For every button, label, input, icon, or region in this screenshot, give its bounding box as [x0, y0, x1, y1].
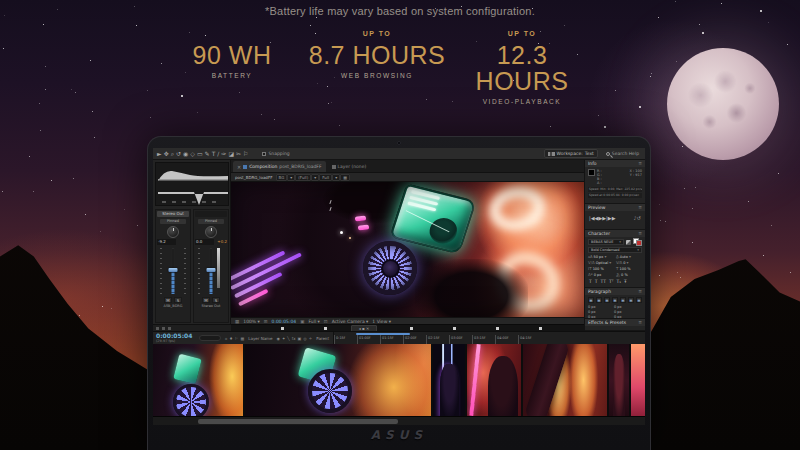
layer-switch-icon[interactable]: fx [292, 336, 296, 341]
volume-fader[interactable] [157, 246, 189, 296]
indent-field[interactable]: 0 px [588, 310, 610, 314]
preview-option-button[interactable]: ↺ [637, 215, 641, 221]
horizontal-scrollbar[interactable] [153, 416, 645, 425]
roi-icon[interactable]: ⊡ [324, 319, 328, 324]
composition-canvas[interactable] [231, 182, 584, 317]
filmstrip-thumbnail[interactable] [609, 344, 629, 416]
panel-menu-icon[interactable]: ≡ [638, 288, 642, 295]
fill-stroke-swatches[interactable] [633, 238, 642, 246]
search-help[interactable]: Search Help [606, 151, 639, 156]
work-area-bar[interactable] [356, 333, 410, 335]
timeline-view-icon[interactable]: ▦ [240, 336, 244, 341]
mute-button[interactable]: M [202, 297, 210, 303]
pinned-button[interactable]: Pinned [198, 219, 224, 224]
gain-value[interactable]: 0.0 [195, 239, 214, 245]
baseline-shift-field[interactable]: Aª0 px [588, 272, 614, 277]
type-style-button[interactable]: Ŧ [624, 279, 627, 284]
align-button[interactable]: ≡ [604, 297, 610, 303]
viewer-timecode[interactable]: 0:00:05:04 [272, 319, 297, 324]
snapping-toggle[interactable]: Snapping [262, 151, 289, 156]
tool-icon[interactable]: T [212, 151, 216, 157]
safe-zones-icon[interactable]: ⊞ [264, 319, 268, 324]
tool-icon[interactable]: ◪ [228, 151, 234, 157]
tracking-field[interactable]: V⁄A0▾ [616, 260, 642, 265]
pinned-button[interactable]: Pinned [160, 219, 186, 224]
close-icon[interactable]: ✕ [237, 164, 241, 170]
timeline-view-icon[interactable]: ⌗ [225, 336, 227, 341]
timeline-view-icon[interactable]: ⚐ [235, 336, 239, 341]
tool-icon[interactable]: ✂ [236, 151, 241, 157]
settings-chip[interactable]: Full [319, 174, 332, 181]
effects-panel-header[interactable]: Effects & Presets ≡ [585, 319, 645, 326]
fader-handle[interactable] [207, 268, 216, 272]
gain-value[interactable]: -9.2 [157, 239, 176, 245]
panel-menu-icon[interactable]: ≡ [638, 319, 642, 326]
layer-switch-icon[interactable]: ✧ [309, 336, 312, 341]
fader-handle[interactable] [169, 268, 178, 272]
type-style-button[interactable]: T [589, 279, 592, 284]
time-ruler[interactable]: 0:15f01:00f01:15f02:00f02:15f03:00f03:15… [333, 332, 645, 344]
horizontal-scale-field[interactable]: T100 % [616, 266, 642, 271]
panel-menu-icon[interactable]: ≡ [638, 230, 642, 237]
filmstrip-thumbnail[interactable] [433, 344, 465, 416]
indent-field[interactable]: 0 px [614, 305, 636, 309]
timeline-search-box[interactable] [199, 335, 221, 341]
tool-icon[interactable]: ◇ [190, 151, 195, 157]
character-panel-header[interactable]: Character ≡ [585, 230, 645, 237]
font-style-select[interactable]: Bold Condensed▾ [588, 247, 642, 253]
settings-chip[interactable]: ▦ [340, 174, 350, 181]
layer-name-column-header[interactable]: Layer Name [248, 336, 272, 341]
align-button[interactable]: ≡ [636, 297, 642, 303]
bus-button[interactable] [195, 211, 227, 217]
view-layout-select[interactable]: 1 View ▾ [372, 319, 391, 324]
layer-switch-icon[interactable]: ✦ [282, 336, 285, 341]
layer-switch-icon[interactable]: ◎ [303, 336, 307, 341]
audio-waveform-panel[interactable] [155, 162, 229, 206]
bus-button[interactable]: Stereo Out [157, 211, 189, 217]
indent-field[interactable]: 0 px [588, 305, 610, 309]
tool-icon[interactable]: ✎ [205, 151, 210, 157]
tool-icon[interactable]: ✥ [164, 151, 169, 157]
settings-chip[interactable]: BG [276, 174, 288, 181]
filmstrip-thumbnail[interactable] [631, 344, 645, 416]
settings-chip[interactable]: ▾ [332, 174, 340, 181]
layer-switch-icon[interactable]: ╲ [287, 336, 289, 341]
panel-menu-icon[interactable]: ≡ [638, 160, 642, 167]
tool-icon[interactable]: ⌕ [171, 151, 174, 157]
indent-field[interactable]: 0 px [614, 310, 636, 314]
layer-switch-icon[interactable]: ◉ [276, 336, 280, 341]
snapping-checkbox[interactable] [262, 152, 266, 156]
zoom-level[interactable]: 100% ▾ [243, 319, 260, 324]
font-family-select[interactable]: BEBAS NEUE▾ [588, 239, 624, 245]
align-button[interactable]: ≡ [588, 297, 594, 303]
tool-icon[interactable]: ⚐ [243, 151, 248, 157]
keyframe-marker-row[interactable]: ◂ ▪ ✕ [231, 324, 584, 331]
align-button[interactable]: ≡ [628, 297, 634, 303]
snapshot-icon[interactable]: ▣ [300, 319, 304, 324]
leading-field[interactable]: A̲Auto▾ [616, 254, 642, 259]
tab-composition[interactable]: ✕ Composition post_BDRG_loadFF [233, 161, 326, 172]
solo-button[interactable]: S [212, 297, 220, 303]
align-button[interactable]: ≡ [612, 297, 618, 303]
scrollbar-thumb[interactable] [198, 419, 398, 424]
solo-button[interactable]: S [174, 297, 182, 303]
tool-icon[interactable]: ↺ [176, 151, 181, 157]
timeline-view-icon[interactable]: ♦ [229, 336, 233, 341]
settings-chip[interactable]: (Full) [295, 174, 311, 181]
vertical-scale-field[interactable]: ΙT100 % [588, 266, 614, 271]
paragraph-panel-header[interactable]: Paragraph ≡ [585, 288, 645, 295]
panel-menu-icon[interactable]: ≡ [638, 204, 642, 211]
parent-column-header[interactable]: Parent [316, 336, 329, 341]
tool-icon[interactable]: ✑ [221, 151, 226, 157]
info-panel-header[interactable]: Info ≡ [585, 160, 645, 167]
filmstrip-thumbnail[interactable] [153, 344, 243, 416]
layer-switch-icon[interactable]: ▣ [298, 336, 302, 341]
timeline-timecode-block[interactable]: 0:00:05:04 (29.97 fps) [153, 333, 199, 343]
volume-fader[interactable] [195, 246, 227, 296]
filmstrip-thumbnail[interactable] [523, 344, 607, 416]
filmstrip-thumbnail[interactable] [245, 344, 431, 416]
tool-icon[interactable]: ∕ [217, 151, 219, 157]
tool-icon[interactable]: ► [157, 151, 162, 157]
workspace-switcher[interactable]: Workspace: Text [544, 149, 598, 158]
mute-button[interactable]: M [164, 297, 172, 303]
